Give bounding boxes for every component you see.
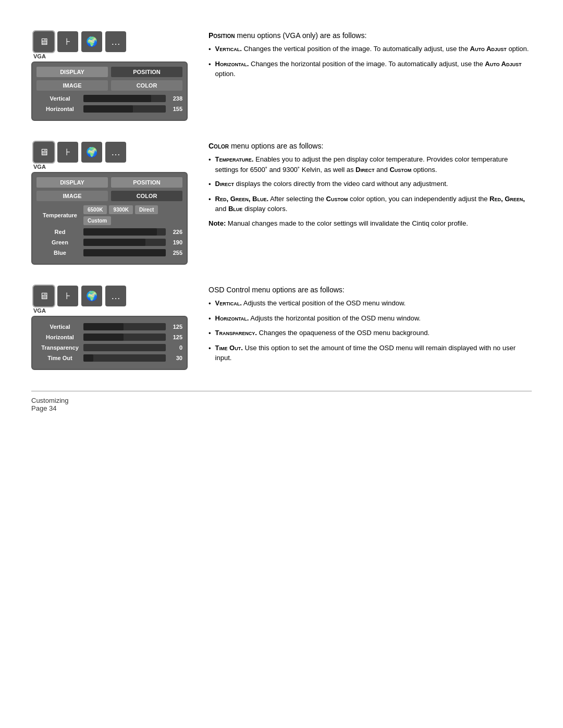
tab-display-1[interactable]: Display [36, 67, 108, 77]
menu-panel-3: Vertical 125 Horizontal [31, 316, 188, 370]
subtab-image-2[interactable]: Image [36, 191, 108, 201]
subtab-color-1[interactable]: Color [111, 80, 182, 91]
desc-list-osd: • Vertical. Adjusts the vertical positio… [209, 298, 532, 363]
desc-title-color: Color menu options are as follows: [209, 142, 532, 150]
menu-icon[interactable]: ⊦ [57, 31, 78, 52]
tab-position-1[interactable]: Position [111, 67, 182, 77]
label-osd-horizontal: Horizontal [36, 334, 83, 340]
page-content: 🖥 ⊦ 🌍 … VGA Display Position Image Color… [0, 0, 563, 433]
bar-fill-green [83, 239, 145, 246]
sub-tabs-1: Image Color [36, 80, 182, 91]
monitor-icon-3[interactable]: 🖥 [33, 286, 54, 306]
desc-list-position: • Vertical. Changes the vertical positio… [209, 44, 532, 79]
dots-icon[interactable]: … [105, 31, 126, 52]
bullet: • [209, 328, 211, 339]
osd-panel-osd: 🖥 ⊦ 🌍 … VGA Vertical 125 [31, 286, 188, 370]
sub-tabs-2: Image Color [36, 191, 182, 201]
btn-custom[interactable]: Custom [83, 216, 111, 225]
bullet: • [209, 155, 211, 165]
bar-track-red [83, 228, 166, 236]
desc-text: Red, Green, Blue. After selecting the Cu… [215, 194, 532, 214]
subtab-image-1[interactable]: Image [36, 80, 108, 91]
value-osd-to: 30 [168, 355, 182, 361]
label-vertical-1: Vertical [36, 95, 83, 102]
bullet: • [209, 194, 211, 205]
value-osd-v: 125 [168, 324, 182, 330]
bar-area-osd-v: 125 [83, 323, 182, 330]
bar-area-red: 226 [83, 228, 182, 236]
osd-control-items: Vertical 125 Horizontal [36, 323, 182, 362]
bar-track-blue [83, 249, 166, 256]
vga-label-3: VGA [31, 307, 188, 314]
bullet: • [209, 299, 211, 309]
globe-icon-3[interactable]: 🌍 [81, 286, 102, 306]
label-green: Green [36, 239, 83, 245]
item-green: Green 190 [36, 239, 182, 246]
footer-line2: Page 34 [31, 404, 532, 412]
subtab-color-2[interactable]: Color [111, 191, 182, 201]
keyword-color: Color [209, 142, 229, 150]
bar-track-osd-h [83, 334, 166, 341]
osd-panel-position: 🖥 ⊦ 🌍 … VGA Display Position Image Color… [31, 31, 188, 121]
footer: Customizing Page 34 [31, 391, 532, 412]
desc-text: Horizontal. Changes the horizontal posit… [215, 59, 532, 79]
btn-9300k[interactable]: 9300K [109, 205, 132, 214]
dots-icon-2[interactable]: … [105, 142, 126, 163]
item-temperature: Temperature 6500K 9300K Direct Custom [36, 205, 182, 225]
globe-icon[interactable]: 🌍 [81, 31, 102, 52]
item-red: Red 226 [36, 228, 182, 236]
desc-text: Temperature. Enables you to adjust the p… [215, 154, 532, 175]
bullet: • [209, 59, 211, 70]
bar-area-vertical-1: 238 [83, 95, 182, 102]
temp-buttons: 6500K 9300K Direct Custom [83, 205, 182, 225]
bar-track-vertical-1 [83, 95, 166, 102]
bar-fill-osd-to [83, 354, 93, 362]
label-red: Red [36, 229, 83, 235]
label-osd-transparency: Transparency [36, 344, 83, 351]
keyword-position: Position [209, 31, 235, 40]
bar-fill-horizontal-1 [83, 105, 133, 113]
tab-position-2[interactable]: Position [111, 177, 182, 188]
label-osd-vertical: Vertical [36, 324, 83, 330]
bar-area-horizontal-1: 155 [83, 105, 182, 113]
list-item: • Vertical. Adjusts the vertical positio… [209, 298, 532, 309]
value-blue: 255 [168, 250, 182, 256]
btn-direct[interactable]: Direct [135, 205, 158, 214]
bar-fill-vertical-1 [83, 95, 151, 102]
list-item: • Horizontal. Changes the horizontal pos… [209, 59, 532, 79]
note-color: Note: Manual changes made to the color s… [209, 218, 532, 229]
desc-text: Vertical. Changes the vertical position … [215, 44, 529, 54]
tab-display-2[interactable]: Display [36, 177, 108, 188]
item-osd-timeout: Time Out 30 [36, 354, 182, 362]
btn-6500k[interactable]: 6500K [83, 205, 107, 214]
value-vertical-1: 238 [168, 95, 182, 102]
list-item: • Horizontal. Adjusts the horizontal pos… [209, 313, 532, 324]
section-color: 🖥 ⊦ 🌍 … VGA Display Position Image Color… [31, 142, 532, 265]
item-blue: Blue 255 [36, 249, 182, 256]
desc-text: Vertical. Adjusts the vertical position … [215, 298, 406, 309]
list-item: • Red, Green, Blue. After selecting the … [209, 194, 532, 214]
monitor-icon[interactable]: 🖥 [33, 31, 54, 52]
bullet: • [209, 343, 211, 354]
desc-position: Position menu options (VGA only) are as … [209, 31, 532, 83]
icon-bar-3: 🖥 ⊦ 🌍 … [31, 286, 188, 306]
bar-track-horizontal-1 [83, 105, 166, 113]
globe-icon-2[interactable]: 🌍 [81, 142, 102, 163]
osd-panel-color: 🖥 ⊦ 🌍 … VGA Display Position Image Color… [31, 142, 188, 265]
bar-track-osd-to [83, 354, 166, 362]
item-osd-transparency: Transparency 0 [36, 344, 182, 351]
bar-track-osd-v [83, 323, 166, 330]
dots-icon-3[interactable]: … [105, 286, 126, 306]
desc-list-color: • Temperature. Enables you to adjust the… [209, 154, 532, 214]
list-item: • Vertical. Changes the vertical positio… [209, 44, 532, 55]
value-osd-t: 0 [168, 344, 182, 351]
menu-panel-1: Display Position Image Color Vertical 23… [31, 61, 188, 121]
bar-fill-osd-h [83, 334, 124, 341]
bullet: • [209, 314, 211, 324]
value-green: 190 [168, 239, 182, 245]
menu-icon-3[interactable]: ⊦ [57, 286, 78, 306]
monitor-icon-2[interactable]: 🖥 [33, 142, 54, 163]
list-item: • Transparency. Changes the opaqueness o… [209, 328, 532, 339]
section-position: 🖥 ⊦ 🌍 … VGA Display Position Image Color… [31, 31, 532, 121]
menu-icon-2[interactable]: ⊦ [57, 142, 78, 163]
